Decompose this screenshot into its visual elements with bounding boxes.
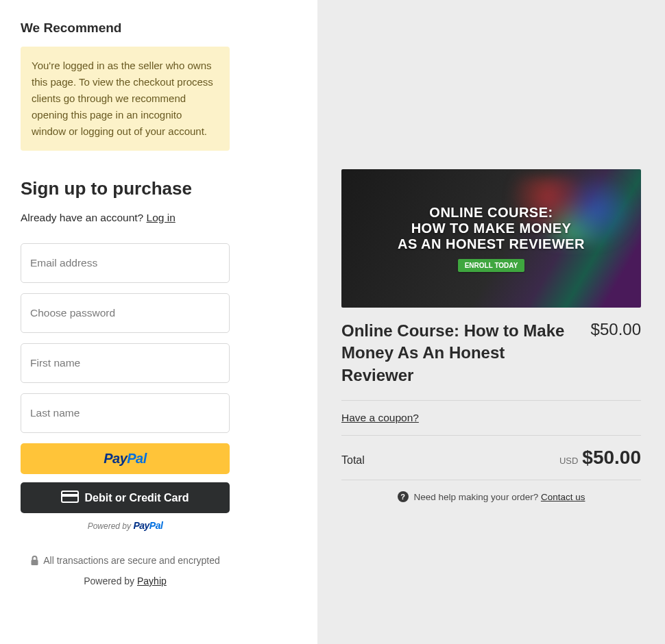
contact-us-link[interactable]: Contact us [541,492,585,502]
email-field[interactable] [21,243,230,283]
recommend-heading: We Recommend [21,21,297,36]
total-label: Total [341,454,365,467]
help-icon: ? [398,491,409,502]
paypal-logo-icon: PayPal [104,451,147,467]
signup-heading: Sign up to purchase [21,178,297,199]
secure-transactions-note: All transactions are secure and encrypte… [21,555,230,566]
enroll-badge: ENROLL TODAY [458,259,525,272]
coupon-link[interactable]: Have a coupon? [341,401,641,435]
last-name-field[interactable] [21,393,230,433]
debit-credit-card-button[interactable]: Debit or Credit Card [21,482,230,513]
svg-rect-2 [32,560,38,565]
credit-card-icon [61,491,79,506]
checkout-form-panel: We Recommend You're logged in as the sel… [0,0,317,644]
password-field[interactable] [21,293,230,333]
powered-by-payhip: Powered by Payhip [21,575,230,586]
first-name-field[interactable] [21,343,230,383]
seller-info-notice: You're logged in as the seller who owns … [21,47,230,151]
total-currency: USD [559,456,578,466]
spacer [341,21,641,169]
product-price: $50.00 [591,320,641,386]
card-button-label: Debit or Credit Card [84,492,189,504]
login-prompt-text: Already have an account? [21,212,147,223]
product-title: Online Course: How to Make Money As An H… [341,320,577,386]
help-row: ? Need help making your order? Contact u… [341,480,641,502]
product-row: Online Course: How to Make Money As An H… [341,320,641,386]
help-text: Need help making your order? [414,492,541,502]
paypal-button[interactable]: PayPal [21,443,230,474]
secure-text: All transactions are secure and encrypte… [43,555,220,566]
login-prompt: Already have an account? Log in [21,212,297,224]
paypal-small-logo-icon: PayPal [133,520,162,531]
total-row: Total USD $50.00 [341,436,641,480]
payhip-link[interactable]: Payhip [137,575,167,586]
total-amount: $50.00 [582,447,641,469]
svg-rect-1 [62,494,78,497]
powered-by-paypal: Powered by PayPal [21,520,230,531]
order-summary-panel: ONLINE COURSE: HOW TO MAKE MONEY AS AN H… [317,0,665,644]
login-link[interactable]: Log in [147,212,176,223]
product-image-title: ONLINE COURSE: HOW TO MAKE MONEY AS AN H… [398,205,585,252]
lock-icon [30,556,39,566]
product-image: ONLINE COURSE: HOW TO MAKE MONEY AS AN H… [341,169,641,308]
